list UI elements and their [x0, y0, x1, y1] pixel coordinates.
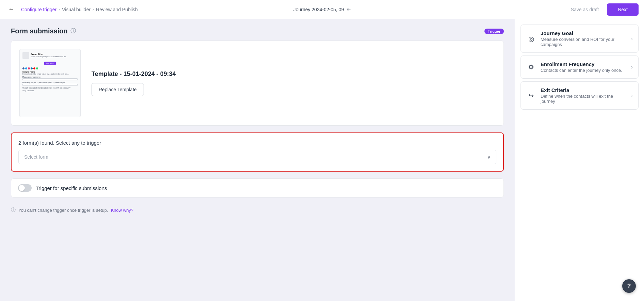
info-icon: ⓘ [70, 28, 76, 35]
select-form-dropdown[interactable]: Select form ∨ [18, 150, 496, 164]
template-info: Template - 15-01-2024 - 09:34 Replace Te… [92, 70, 495, 96]
breadcrumb-sep-2: › [93, 7, 94, 12]
save-draft-button[interactable]: Save as draft [565, 4, 605, 15]
sidebar-goal-title: Journey Goal [541, 30, 626, 36]
breadcrumb-sep-1: › [59, 7, 60, 12]
sidebar-enrollment-desc: Contacts can enter the journey only once… [541, 68, 626, 73]
forms-found-box: 2 form(s) found. Select any to trigger S… [11, 132, 504, 172]
sidebar-goal-desc: Measure conversion and ROI for your camp… [541, 37, 626, 47]
exit-icon: ↪ [526, 92, 536, 99]
sidebar-exit-desc: Define when the contacts will exit the j… [541, 94, 626, 104]
top-navigation: ← Configure trigger › Visual builder › R… [0, 0, 644, 19]
chevron-down-icon: ∨ [487, 154, 491, 160]
sidebar-exit-title: Exit Criteria [541, 87, 626, 93]
right-sidebar: ◎ Journey Goal Measure conversion and RO… [515, 19, 644, 301]
section-title: Form submission ⓘ [11, 27, 76, 35]
chevron-right-icon-exit: › [631, 93, 633, 99]
chevron-right-icon-enrollment: › [631, 64, 633, 70]
breadcrumb-configure-trigger[interactable]: Configure trigger [21, 7, 56, 12]
journey-name-label: Journey 2024-02-05, 09 [293, 7, 344, 12]
chevron-right-icon-goal: › [631, 36, 633, 42]
journey-name-container: Journey 2024-02-05, 09 ✏ [293, 7, 351, 12]
back-button[interactable]: ← [5, 4, 17, 14]
help-button[interactable]: ? [622, 279, 636, 293]
trigger-specific-row: Trigger for specific submissions [11, 178, 504, 197]
main-layout: Form submission ⓘ Trigger Some Title Som… [0, 19, 644, 301]
template-card: Some Title Some text on your product/sol… [11, 41, 504, 126]
footer-info-icon: ⓘ [11, 207, 16, 213]
footer-note: ⓘ You can't change trigger once trigger … [11, 204, 504, 219]
sidebar-item-journey-goal[interactable]: ◎ Journey Goal Measure conversion and RO… [521, 25, 639, 53]
preview-logo [22, 52, 29, 59]
breadcrumb-review-publish[interactable]: Review and Publish [96, 7, 138, 12]
template-name: Template - 15-01-2024 - 09:34 [92, 70, 495, 78]
template-preview-image: Some Title Some text on your product/sol… [19, 49, 81, 117]
trigger-specific-label: Trigger for specific submissions [36, 185, 107, 191]
edit-journey-name-icon[interactable]: ✏ [347, 7, 351, 12]
gear-icon: ⚙ [526, 63, 536, 71]
sidebar-enrollment-title: Enrollment Frequency [541, 61, 626, 67]
select-form-placeholder: Select form [24, 154, 48, 160]
forms-found-message: 2 form(s) found. Select any to trigger [18, 140, 496, 146]
know-why-link[interactable]: Know why? [111, 208, 133, 213]
breadcrumb: Configure trigger › Visual builder › Rev… [21, 7, 138, 12]
sidebar-item-enrollment-frequency[interactable]: ⚙ Enrollment Frequency Contacts can ente… [521, 56, 639, 79]
footer-note-text: You can't change trigger once trigger is… [18, 208, 108, 213]
toggle-thumb [19, 185, 25, 191]
trigger-specific-toggle[interactable] [18, 184, 32, 192]
goal-icon: ◎ [526, 35, 536, 43]
sidebar-item-exit-criteria[interactable]: ↪ Exit Criteria Define when the contacts… [521, 81, 639, 110]
trigger-badge: Trigger [484, 29, 504, 34]
section-header: Form submission ⓘ Trigger [11, 27, 504, 35]
breadcrumb-visual-builder[interactable]: Visual builder [62, 7, 90, 12]
nav-right-actions: Save as draft Next [565, 3, 639, 16]
replace-template-button[interactable]: Replace Template [92, 83, 144, 96]
next-button[interactable]: Next [607, 3, 639, 16]
center-content: Form submission ⓘ Trigger Some Title Som… [0, 19, 515, 301]
